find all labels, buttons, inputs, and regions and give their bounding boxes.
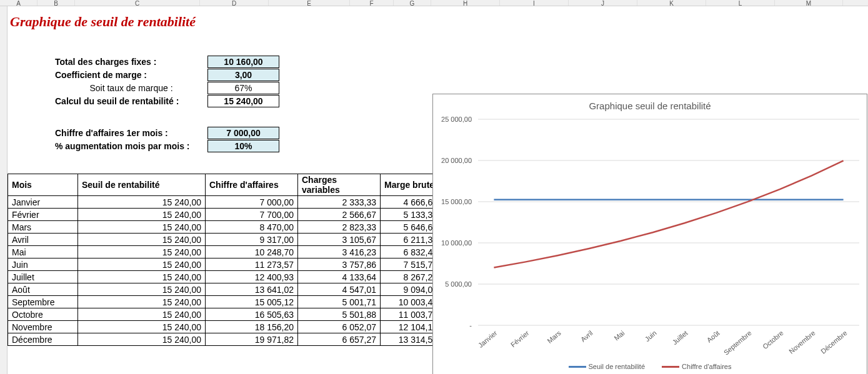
data-table[interactable]: MoisSeuil de rentabilitéChiffre d'affair… bbox=[7, 174, 442, 346]
cell-value[interactable]: 18 156,20 bbox=[206, 321, 298, 333]
cell-value[interactable]: 5 001,71 bbox=[298, 296, 381, 308]
legend-item-ca: Chiffre d'affaires bbox=[662, 363, 731, 370]
value-taux-marque[interactable]: 67% bbox=[207, 82, 279, 94]
cell-value[interactable]: 15 240,00 bbox=[78, 333, 206, 346]
cell-value[interactable]: 13 641,02 bbox=[206, 283, 298, 296]
col-header-a[interactable]: A bbox=[0, 0, 37, 6]
col-header-l[interactable]: L bbox=[706, 0, 775, 6]
cell-value[interactable]: 15 005,12 bbox=[206, 296, 298, 308]
table-row[interactable]: Octobre15 240,0016 505,635 501,8811 003,… bbox=[8, 308, 442, 321]
cell-value[interactable]: 11 273,57 bbox=[206, 258, 298, 271]
label-coef-marge: Coefficient de marge : bbox=[51, 70, 207, 80]
cell-value[interactable]: 10 248,70 bbox=[206, 246, 298, 258]
chart-series-1 bbox=[494, 160, 843, 267]
cell-mois[interactable]: Septembre bbox=[8, 296, 78, 308]
chart[interactable]: Graphique seuil de rentabilité -5 000,00… bbox=[432, 94, 867, 374]
cell-value[interactable]: 15 240,00 bbox=[78, 258, 206, 271]
table-row[interactable]: Décembre15 240,0019 971,826 657,2713 314… bbox=[8, 333, 442, 346]
legend-swatch-icon bbox=[569, 366, 586, 368]
legend-label: Seuil de rentabilité bbox=[589, 363, 646, 370]
col-header-j[interactable]: J bbox=[569, 0, 637, 6]
cell-mois[interactable]: Janvier bbox=[8, 196, 78, 209]
cell-value[interactable]: 2 823,33 bbox=[298, 221, 381, 234]
value-charges-fixes[interactable]: 10 160,00 bbox=[207, 56, 279, 68]
cell-mois[interactable]: Février bbox=[8, 209, 78, 221]
table-row[interactable]: Juin15 240,0011 273,573 757,867 515,71 bbox=[8, 258, 442, 271]
col-header-c[interactable]: C bbox=[75, 0, 200, 6]
table-header[interactable]: Chiffre d'affaires bbox=[206, 174, 298, 196]
cell-value[interactable]: 6 657,27 bbox=[298, 333, 381, 346]
cell-value[interactable]: 16 505,63 bbox=[206, 308, 298, 321]
cell-value[interactable]: 15 240,00 bbox=[78, 196, 206, 209]
value-coef-marge[interactable]: 3,00 bbox=[207, 69, 279, 81]
cell-value[interactable]: 4 547,01 bbox=[298, 283, 381, 296]
table-row[interactable]: Avril15 240,009 317,003 105,676 211,33 bbox=[8, 234, 442, 246]
table-row[interactable]: Janvier15 240,007 000,002 333,334 666,67 bbox=[8, 196, 442, 209]
cell-mois[interactable]: Août bbox=[8, 283, 78, 296]
cell-value[interactable]: 15 240,00 bbox=[78, 296, 206, 308]
table-header[interactable]: Mois bbox=[8, 174, 78, 196]
legend-swatch-icon bbox=[662, 366, 679, 368]
cell-value[interactable]: 15 240,00 bbox=[78, 321, 206, 333]
col-header-i[interactable]: I bbox=[500, 0, 569, 6]
page-title: Graphique de seuil de rentabilité bbox=[10, 14, 868, 30]
col-header-k[interactable]: K bbox=[637, 0, 706, 6]
cell-value[interactable]: 12 400,93 bbox=[206, 271, 298, 283]
cell-mois[interactable]: Novembre bbox=[8, 321, 78, 333]
table-row[interactable]: Mars15 240,008 470,002 823,335 646,67 bbox=[8, 221, 442, 234]
table-header[interactable]: Charges variables bbox=[298, 174, 381, 196]
cell-value[interactable]: 8 470,00 bbox=[206, 221, 298, 234]
col-header-h[interactable]: H bbox=[431, 0, 500, 6]
table-row[interactable]: Septembre15 240,0015 005,125 001,7110 00… bbox=[8, 296, 442, 308]
cell-mois[interactable]: Octobre bbox=[8, 308, 78, 321]
cell-value[interactable]: 15 240,00 bbox=[78, 308, 206, 321]
cell-mois[interactable]: Juin bbox=[8, 258, 78, 271]
cell-mois[interactable]: Juillet bbox=[8, 271, 78, 283]
cell-value[interactable]: 3 416,23 bbox=[298, 246, 381, 258]
cell-mois[interactable]: Avril bbox=[8, 234, 78, 246]
col-header-e[interactable]: E bbox=[269, 0, 350, 6]
col-header-f[interactable]: F bbox=[350, 0, 394, 6]
value-seuil[interactable]: 15 240,00 bbox=[207, 95, 279, 107]
col-header-b[interactable]: B bbox=[37, 0, 75, 6]
legend-label: Chiffre d'affaires bbox=[682, 363, 731, 370]
label-augm: % augmentation mois par mois : bbox=[51, 141, 207, 151]
cell-value[interactable]: 15 240,00 bbox=[78, 271, 206, 283]
table-row[interactable]: Novembre15 240,0018 156,206 052,0712 104… bbox=[8, 321, 442, 333]
table-header[interactable]: Seuil de rentabilité bbox=[78, 174, 206, 196]
cell-mois[interactable]: Mars bbox=[8, 221, 78, 234]
cell-value[interactable]: 15 240,00 bbox=[78, 234, 206, 246]
col-header-g[interactable]: G bbox=[394, 0, 431, 6]
cell-value[interactable]: 7 000,00 bbox=[206, 196, 298, 209]
cell-value[interactable]: 3 757,86 bbox=[298, 258, 381, 271]
cell-value[interactable]: 4 133,64 bbox=[298, 271, 381, 283]
table-row[interactable]: Juillet15 240,0012 400,934 133,648 267,2… bbox=[8, 271, 442, 283]
row-headers[interactable] bbox=[0, 6, 7, 374]
cell-mois[interactable]: Mai bbox=[8, 246, 78, 258]
cell-value[interactable]: 2 566,67 bbox=[298, 209, 381, 221]
cell-mois[interactable]: Décembre bbox=[8, 333, 78, 346]
table-row[interactable]: Février15 240,007 700,002 566,675 133,33 bbox=[8, 209, 442, 221]
cell-value[interactable]: 7 700,00 bbox=[206, 209, 298, 221]
cell-value[interactable]: 9 317,00 bbox=[206, 234, 298, 246]
value-ca1[interactable]: 7 000,00 bbox=[207, 127, 279, 139]
table-row[interactable]: Août15 240,0013 641,024 547,019 094,01 bbox=[8, 283, 442, 296]
cell-value[interactable]: 15 240,00 bbox=[78, 246, 206, 258]
cell-value[interactable]: 19 971,82 bbox=[206, 333, 298, 346]
cell-value[interactable]: 5 501,88 bbox=[298, 308, 381, 321]
cell-value[interactable]: 15 240,00 bbox=[78, 283, 206, 296]
col-header-m[interactable]: M bbox=[775, 0, 843, 6]
col-header-d[interactable]: D bbox=[200, 0, 269, 6]
cell-value[interactable]: 6 052,07 bbox=[298, 321, 381, 333]
cell-value[interactable]: 15 240,00 bbox=[78, 209, 206, 221]
value-augm[interactable]: 10% bbox=[207, 140, 279, 152]
label-charges-fixes: Total des charges fixes : bbox=[51, 57, 207, 67]
table-row[interactable]: Mai15 240,0010 248,703 416,236 832,47 bbox=[8, 246, 442, 258]
chart-plot-area bbox=[478, 119, 859, 325]
legend-item-seuil: Seuil de rentabilité bbox=[569, 363, 646, 370]
cell-value[interactable]: 15 240,00 bbox=[78, 221, 206, 234]
column-headers[interactable]: ABCDEFGHIJKLM bbox=[0, 0, 868, 6]
cell-value[interactable]: 2 333,33 bbox=[298, 196, 381, 209]
cell-value[interactable]: 3 105,67 bbox=[298, 234, 381, 246]
sheet-area[interactable]: Graphique de seuil de rentabilité Total … bbox=[7, 6, 868, 374]
